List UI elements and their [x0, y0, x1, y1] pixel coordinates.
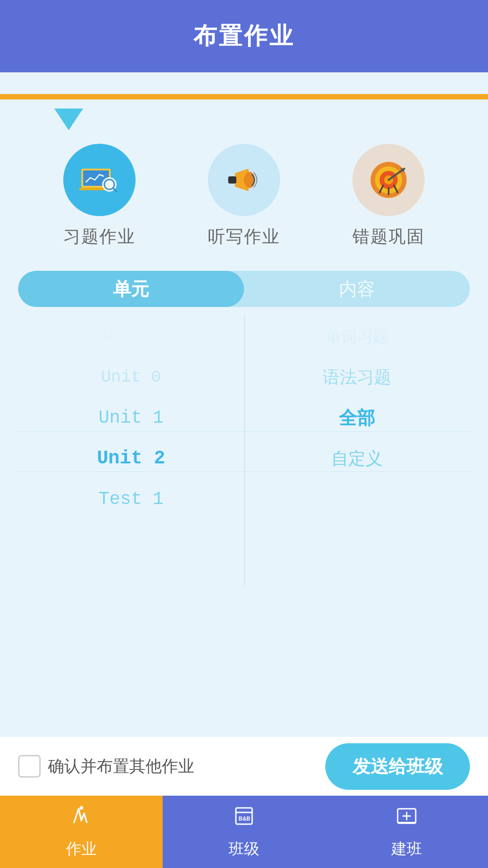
svg-point-7 — [244, 172, 255, 188]
mistakes-type[interactable]: 错题巩固 — [352, 144, 425, 248]
dictation-icon-circle — [208, 144, 280, 216]
unit-picker-column[interactable]: Unit 0 Unit 0 Unit 1 Unit 2 Test 1 — [18, 316, 244, 587]
mistakes-icon-circle — [352, 144, 425, 216]
dictation-label: 听写作业 — [208, 225, 280, 248]
mistakes-label: 错题巩固 — [352, 225, 425, 248]
body-area: 习题作业 听写作业 — [0, 108, 488, 587]
content-picker-column[interactable]: 单词习题 语法习题 全部 自定义 — [244, 316, 470, 587]
tab-unit[interactable]: 单元 — [18, 271, 244, 307]
page-title: 布置作业 — [193, 20, 295, 52]
tab-bar: 单元 内容 — [18, 271, 470, 307]
homework-icon — [70, 804, 93, 833]
bottom-nav: 作业 B&B 班级 建班 — [0, 796, 488, 868]
nav-class[interactable]: B&B 班级 — [163, 796, 325, 868]
confirm-checkbox-area: 确认并布置其他作业 — [18, 755, 312, 778]
picker-item-grammar[interactable]: 语法习题 — [244, 357, 470, 397]
exercise-type[interactable]: 习题作业 — [63, 144, 136, 248]
picker-highlight-band-right — [244, 431, 470, 472]
create-icon — [395, 804, 418, 833]
exercise-label: 习题作业 — [63, 225, 136, 248]
svg-text:B&B: B&B — [239, 816, 250, 822]
megaphone-icon — [221, 157, 267, 203]
laptop-search-icon — [77, 157, 122, 203]
header: 布置作业 — [0, 0, 488, 72]
header-wave — [0, 72, 488, 99]
class-icon: B&B — [232, 804, 256, 833]
target-icon — [366, 157, 411, 203]
nav-homework-label: 作业 — [66, 839, 97, 859]
nav-create-label: 建班 — [391, 839, 422, 859]
picker-highlight-band — [18, 431, 244, 472]
picker-item-vocab[interactable]: 单词习题 — [244, 316, 470, 357]
exercise-icon-circle — [63, 144, 136, 216]
dictation-type[interactable]: 听写作业 — [208, 144, 280, 248]
pointer-indicator — [18, 108, 470, 130]
svg-rect-8 — [228, 176, 236, 184]
confirm-checkbox[interactable] — [18, 755, 41, 778]
picker-area: Unit 0 Unit 0 Unit 1 Unit 2 Test 1 单词习题 … — [18, 316, 470, 587]
confirm-label: 确认并布置其他作业 — [48, 755, 194, 778]
action-bar: 确认并布置其他作业 发送给班级 — [0, 737, 488, 796]
tab-content[interactable]: 内容 — [244, 271, 470, 307]
nav-class-label: 班级 — [229, 839, 259, 859]
nav-create[interactable]: 建班 — [325, 796, 488, 868]
picker-item-unit0-near[interactable]: Unit 0 — [18, 357, 244, 397]
send-to-class-button[interactable]: 发送给班级 — [325, 743, 470, 790]
triangle-icon — [54, 108, 83, 130]
wave-gold-line — [0, 94, 488, 99]
picker-vertical-separator — [244, 316, 245, 587]
svg-point-26 — [80, 806, 83, 810]
homework-type-row: 习题作业 听写作业 — [18, 144, 470, 248]
picker-item-test1[interactable]: Test 1 — [18, 479, 244, 519]
nav-homework[interactable]: 作业 — [0, 796, 163, 868]
picker-item-unit0-far[interactable]: Unit 0 — [18, 316, 244, 357]
